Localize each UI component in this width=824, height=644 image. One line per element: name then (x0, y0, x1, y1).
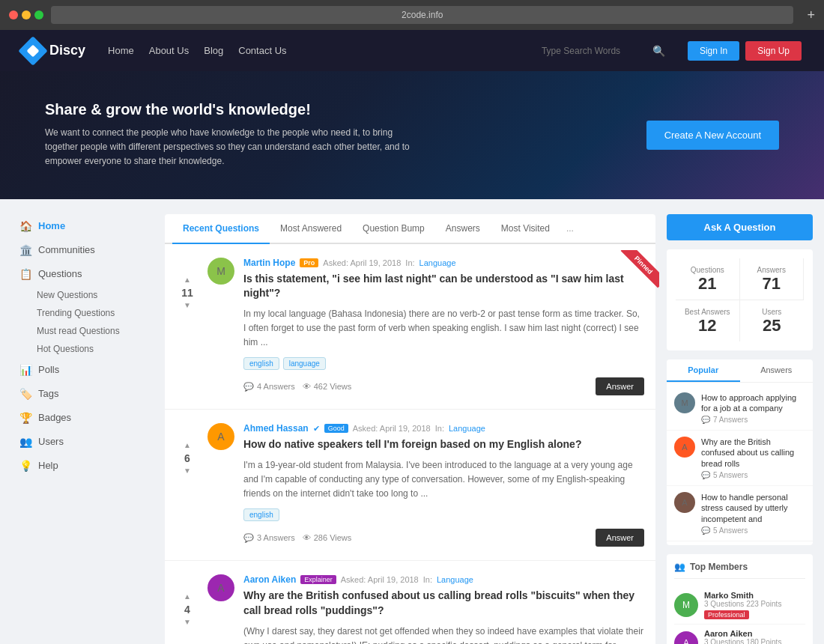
badge-good-2: Good (324, 424, 348, 433)
sidebar-item-help[interactable]: 💡 Help (11, 454, 154, 478)
main-layout: 🏠 Home 🏛️ Communities 📋 Questions New Qu… (0, 199, 824, 644)
questions-submenu: New Questions Trending Questions Must re… (11, 286, 154, 358)
question-title-3[interactable]: Why are the British confused about us ca… (243, 589, 644, 618)
asked-date-2: Asked: April 19, 2018 (353, 424, 431, 433)
popular-avatar-2: A (674, 437, 695, 458)
search-input[interactable] (542, 46, 646, 56)
search-icon[interactable]: 🔍 (652, 45, 665, 57)
vote-down-2[interactable]: ▼ (184, 467, 191, 475)
member-name-1[interactable]: Marko Smith (704, 591, 805, 600)
stat-answers: Answers 71 (740, 258, 805, 300)
address-bar[interactable]: 2code.info (51, 6, 793, 24)
maximize-dot[interactable] (34, 10, 43, 19)
popular-title-1[interactable]: How to approach applying for a job at a … (701, 392, 805, 414)
vote-down-3[interactable]: ▼ (184, 619, 191, 626)
sidebar-item-polls[interactable]: 📊 Polls (11, 358, 154, 382)
category-1[interactable]: Language (419, 258, 456, 267)
tab-more[interactable]: ... (560, 214, 580, 244)
author-name-1[interactable]: Martin Hope (243, 258, 295, 268)
tabs-bar: Recent Questions Most Answered Question … (165, 214, 655, 244)
category-2[interactable]: Language (449, 424, 485, 433)
sidebar-item-badges[interactable]: 🏆 Badges (11, 406, 154, 430)
list-item: A Aaron Aiken 3 Questions 180 Points Exp… (674, 625, 805, 644)
new-tab-button[interactable]: + (807, 7, 815, 23)
sidebar-item-users[interactable]: 👥 Users (11, 430, 154, 454)
comment-icon-1: 💬 (243, 382, 254, 392)
content-area: Recent Questions Most Answered Question … (165, 214, 655, 644)
members-box: 👥 Top Members M Marko Smith 3 Questions … (667, 554, 813, 644)
member-info-2: Aaron Aiken 3 Questions 180 Points Expla… (704, 629, 805, 644)
comment-icon-p1: 💬 (701, 416, 710, 424)
communities-icon: 🏛️ (19, 244, 32, 256)
table-row: ▲ 11 ▼ M Martin Hope Pro Asked: April 19… (165, 244, 655, 410)
views-stat-1: 👁 462 Views (303, 382, 352, 391)
logo[interactable]: Discy (22, 40, 85, 61)
member-stats-2: 3 Questions 180 Points (704, 638, 805, 644)
nav-buttons: Sign In Sign Up (688, 41, 802, 61)
author-name-2[interactable]: Ahmed Hassan (243, 423, 309, 434)
popular-tab-popular[interactable]: Popular (667, 359, 740, 382)
stat-users: Users 25 (740, 300, 805, 341)
tab-question-bump[interactable]: Question Bump (352, 214, 435, 244)
sidebar-item-questions[interactable]: 📋 Questions (11, 262, 154, 286)
sidebar-must-read-questions[interactable]: Must read Questions (31, 322, 154, 340)
question-title-2[interactable]: How do native speakers tell I'm foreign … (243, 437, 644, 452)
tag-language-1[interactable]: language (283, 357, 326, 370)
vote-up-3[interactable]: ▲ (184, 593, 191, 601)
tag-english-1[interactable]: english (243, 357, 279, 370)
popular-avatar-3: A (674, 492, 695, 513)
question-body-2: Ahmed Hassan ✔ Good Asked: April 19, 201… (243, 423, 644, 547)
sidebar-item-home[interactable]: 🏠 Home (11, 214, 154, 238)
sidebar-badges-label: Badges (38, 412, 71, 423)
close-dot[interactable] (9, 10, 18, 19)
answer-button-2[interactable]: Answer (596, 529, 644, 547)
member-stats-1: 3 Questions 223 Points (704, 600, 805, 608)
sidebar-trending-questions[interactable]: Trending Questions (31, 304, 154, 322)
minimize-dot[interactable] (22, 10, 31, 19)
list-item: M Marko Smith 3 Questions 223 Points Pro… (674, 586, 805, 625)
list-item: A How to handle personal stress caused b… (667, 486, 813, 541)
signup-button[interactable]: Sign Up (745, 41, 802, 61)
tab-answers[interactable]: Answers (435, 214, 491, 244)
views-count-2: 286 Views (314, 533, 352, 542)
ask-question-button[interactable]: Ask A Question (667, 214, 813, 240)
answer-button-1[interactable]: Answer (596, 377, 644, 395)
question-title-1[interactable]: Is this statement, "i see him last night… (243, 272, 644, 301)
questions-value: 21 (679, 274, 736, 294)
sidebar-new-questions[interactable]: New Questions (31, 286, 154, 304)
sidebar-item-tags[interactable]: 🏷️ Tags (11, 382, 154, 406)
tab-most-visited[interactable]: Most Visited (491, 214, 560, 244)
sidebar-item-communities[interactable]: 🏛️ Communities (11, 238, 154, 262)
nav-home[interactable]: Home (108, 45, 134, 56)
popular-title-2[interactable]: Why are the British confused about us ca… (701, 437, 805, 469)
nav-about[interactable]: About Us (149, 45, 189, 56)
answers-value: 71 (744, 274, 800, 294)
tag-english-2[interactable]: english (243, 508, 279, 521)
vote-up-1[interactable]: ▲ (184, 276, 191, 284)
users-icon: 👥 (19, 436, 32, 448)
avatar: M (207, 258, 234, 285)
hero-title: Share & grow the world's knowledge! (45, 101, 419, 118)
in-label-1: In: (405, 258, 414, 267)
vote-down-1[interactable]: ▼ (184, 302, 191, 309)
create-account-button[interactable]: Create A New Account (646, 121, 779, 150)
popular-title-3[interactable]: How to handle personal stress caused by … (701, 492, 805, 524)
member-avatar-1: M (674, 593, 698, 617)
tab-recent-questions[interactable]: Recent Questions (172, 214, 270, 244)
stat-best-answers: Best Answers 12 (676, 300, 740, 341)
tab-most-answered[interactable]: Most Answered (270, 214, 352, 244)
signin-button[interactable]: Sign In (688, 41, 739, 61)
vote-up-2[interactable]: ▲ (184, 442, 191, 449)
sidebar-hot-questions[interactable]: Hot Questions (31, 340, 154, 358)
author-name-3[interactable]: Aaron Aiken (243, 574, 296, 585)
member-name-2[interactable]: Aaron Aiken (704, 629, 805, 638)
sidebar: 🏠 Home 🏛️ Communities 📋 Questions New Qu… (11, 214, 154, 644)
nav-blog[interactable]: Blog (204, 45, 223, 56)
popular-tab-answers[interactable]: Answers (740, 359, 814, 382)
questions-label: Questions (679, 266, 736, 274)
answers-stat-2: 💬 3 Answers (243, 533, 295, 543)
nav-contact[interactable]: Contact Us (238, 45, 286, 56)
in-label-3: In: (423, 575, 432, 584)
category-3[interactable]: Language (437, 575, 473, 584)
question-meta-2: Ahmed Hassan ✔ Good Asked: April 19, 201… (243, 423, 644, 434)
